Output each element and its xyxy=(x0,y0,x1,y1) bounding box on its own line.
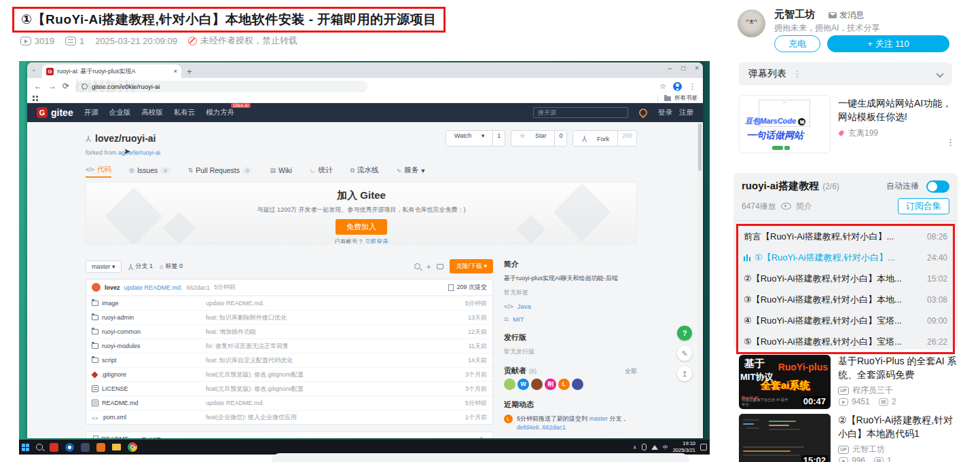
file-commit-link[interactable]: feat(元旦预览版): 修改.gitignore配置 xyxy=(206,385,448,393)
follow-button[interactable]: + 关注 110 xyxy=(827,35,949,52)
tab-close-icon[interactable]: × xyxy=(174,68,177,75)
recommended-video[interactable]: 基于 RuoYi-plus MIT协议 全套ai系统 RuoYi AI 快速搭建… xyxy=(739,355,958,413)
danmaku-menu-icon[interactable]: ⋮ xyxy=(793,69,802,79)
add-file-icon[interactable]: + xyxy=(427,263,431,271)
tab-service[interactable]: ∿服务▾ xyxy=(397,166,425,175)
back-icon[interactable]: ← xyxy=(34,81,42,91)
file-commit-link[interactable]: fix: 修复对话页面无法正常回复 xyxy=(206,342,448,351)
feedback-button[interactable]: ✎ xyxy=(677,346,692,361)
login-link[interactable]: 登录 xyxy=(658,108,672,117)
commits-total-link[interactable]: 209 次提交 xyxy=(448,283,487,292)
file-name-link[interactable]: script xyxy=(102,357,117,364)
file-commit-link[interactable]: update README.md. xyxy=(206,400,448,406)
playlist-intro[interactable]: 简介 xyxy=(796,201,812,212)
page-scrollbar[interactable] xyxy=(697,122,702,438)
taskbar-clock[interactable]: 19:10 2025/3/21 xyxy=(673,440,695,454)
taskbar-app-icon[interactable] xyxy=(65,443,74,452)
license-tab[interactable]: ⚖MIT xyxy=(141,431,161,438)
file-name-link[interactable]: image xyxy=(102,300,119,307)
back-to-top-button[interactable]: ↥ xyxy=(677,366,692,381)
register-link[interactable]: 注册 xyxy=(679,108,693,117)
clone-download-button[interactable]: 克隆/下载 ▾ xyxy=(450,259,493,273)
help-button[interactable]: ? xyxy=(677,326,692,341)
search-files-icon[interactable] xyxy=(414,263,420,269)
nav-opensource[interactable]: 开源 xyxy=(84,108,98,117)
tab-code[interactable]: </>代码 xyxy=(86,163,111,178)
playlist-item[interactable]: ⑤【RuoYi-Ai搭建教程,针对小白】宝塔...26:22 xyxy=(738,331,953,352)
contributor-avatar[interactable] xyxy=(531,379,543,390)
ime-indicator[interactable]: 中 xyxy=(663,444,668,451)
forward-icon[interactable]: → xyxy=(48,81,56,91)
contributor-avatar[interactable]: 刚 xyxy=(545,379,556,390)
nav-enterprise[interactable]: 企业版 xyxy=(109,108,131,117)
file-explorer-icon[interactable] xyxy=(112,444,121,450)
bookmark-star-icon[interactable]: ☆ xyxy=(659,82,666,91)
tab-search-icon[interactable]: ⌄ xyxy=(31,66,37,73)
chevron-down-icon[interactable] xyxy=(936,70,943,77)
window-maximize-button[interactable]: □ xyxy=(681,64,685,72)
gitee-ai-lamp-icon[interactable] xyxy=(638,107,649,119)
branch-link[interactable]: master xyxy=(589,415,609,422)
taskbar-app-icon[interactable] xyxy=(96,443,105,452)
tab-issues[interactable]: ◎Issues0 xyxy=(129,166,170,174)
danmaku-list-panel[interactable]: 弹幕列表 ⋮ xyxy=(739,62,952,85)
nav-private-cloud[interactable]: 私有云 xyxy=(174,108,196,117)
new-tab-button[interactable]: + xyxy=(187,66,192,78)
uploader-name[interactable]: 元智工坊 xyxy=(774,8,815,21)
file-name-link[interactable]: .gitignore xyxy=(101,371,126,378)
autoplay-toggle[interactable] xyxy=(926,180,949,193)
branches-count[interactable]: Y分支 1 xyxy=(128,262,153,271)
file-commit-link[interactable]: update README.md. xyxy=(206,300,448,307)
edit-icon[interactable]: ✎ xyxy=(480,436,486,438)
taskbar-search-icon[interactable] xyxy=(36,444,43,450)
recommended-video[interactable]: 15:02 ②【RuoYi-Ai搭建教程,针对小白】本地跑代码1 UP元智工坊 … xyxy=(739,414,958,462)
contributor-avatar[interactable]: L xyxy=(558,379,570,390)
ad-title[interactable]: 一键生成网站网站AI功能，网站模板任你选! xyxy=(838,96,958,124)
start-button[interactable] xyxy=(22,444,29,451)
star-button[interactable]: ☆ Star 0 xyxy=(511,130,567,147)
readme-tab[interactable]: README xyxy=(93,431,129,438)
ad-thumbnail[interactable]: ▭ 豆包MarsCode M 一句话做网站 xyxy=(739,95,831,153)
window-close-button[interactable]: × xyxy=(695,64,699,72)
charge-button[interactable]: 充电 xyxy=(774,35,820,52)
browser-tab[interactable]: G ruoyi-ai: 基于ruoyi-plus实现A × xyxy=(42,64,181,78)
playlist-item[interactable]: 前言【RuoYi-Ai搭建教程,针对小白】...08:26 xyxy=(738,226,953,247)
fork-button[interactable]: Y Fork 290 xyxy=(573,130,637,147)
reload-icon[interactable]: ⟳ xyxy=(62,81,69,91)
file-name-link[interactable]: README.md xyxy=(102,400,139,406)
contributors-all-link[interactable]: 全部 xyxy=(625,367,637,376)
tab-stats[interactable]: ∟统计 xyxy=(310,166,333,175)
file-name-link[interactable]: ruoyi-admin xyxy=(102,314,134,321)
file-name-link[interactable]: LICENSE xyxy=(102,385,128,392)
branch-selector[interactable]: master ▾ xyxy=(86,261,122,273)
contributor-avatar[interactable] xyxy=(504,379,515,390)
window-minimize-button[interactable]: – xyxy=(668,64,672,72)
tags-count[interactable]: ⌂标签 0 xyxy=(160,262,183,271)
playlist-item[interactable]: ③【RuoYi-Ai搭建教程,针对小白】本地...03:08 xyxy=(738,289,953,310)
send-message-link[interactable]: 发消息 xyxy=(829,9,864,21)
video-title-link[interactable]: 基于RuoYi-Plus 的全套AI 系统、全套源码免费 xyxy=(838,355,958,381)
watch-button[interactable]: Watch ▾ 1 xyxy=(446,130,505,147)
gitee-logo[interactable]: G gitee xyxy=(37,107,73,118)
language-link[interactable]: </>Java xyxy=(504,303,637,310)
ad-card[interactable]: ▭ 豆包MarsCode M 一句话做网站 一键生成网站网站AI功能，网站模板任… xyxy=(739,95,958,159)
commit-author[interactable]: lovez xyxy=(105,284,120,291)
contributor-avatar[interactable] xyxy=(572,379,583,390)
nav-education[interactable]: 高校版 xyxy=(141,108,163,117)
tab-wiki[interactable]: ▤Wiki xyxy=(270,166,291,174)
login-now-link[interactable]: 立即登录 xyxy=(365,238,388,244)
file-commit-link[interactable]: feat: 增加插件功能 xyxy=(206,328,448,336)
chrome-taskbar-icon[interactable] xyxy=(128,442,137,452)
browser-menu-icon[interactable]: ⋮ xyxy=(689,82,696,91)
file-commit-link[interactable]: feat(企业微信): 接入企业微信应用 xyxy=(206,413,448,422)
gitee-search-input[interactable] xyxy=(533,107,628,118)
tray-expand-icon[interactable]: ∧ xyxy=(633,444,637,450)
nav-ai-ark[interactable]: 模力方舟 xyxy=(206,108,234,117)
ad-menu-icon[interactable]: ⋮ xyxy=(946,137,955,147)
taskbar-app-icon[interactable] xyxy=(50,443,58,452)
uploader-avatar[interactable] xyxy=(738,9,765,37)
file-commit-link[interactable]: feat: 知识库删除附件接口优化 xyxy=(206,313,448,322)
tab-groups-icon[interactable] xyxy=(33,96,38,101)
video-thumbnail[interactable]: 基于 RuoYi-plus MIT协议 全套ai系统 RuoYi AI 快速搭建… xyxy=(739,355,831,409)
danmaku-input-bar[interactable] xyxy=(272,453,689,462)
